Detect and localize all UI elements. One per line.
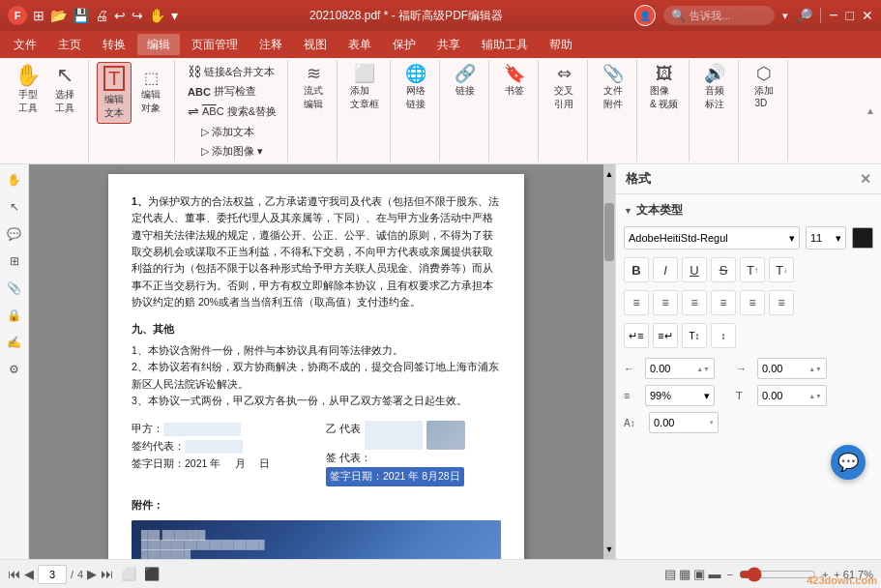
align-center-btn[interactable]: ≡ — [653, 290, 678, 315]
menu-file[interactable]: 文件 — [4, 34, 46, 55]
menu-edit[interactable]: 编辑 — [137, 34, 180, 55]
superscript-btn[interactable]: T↑ — [740, 257, 765, 282]
save-icon[interactable]: 💾 — [73, 8, 89, 23]
search-expand-btn[interactable]: ▾ — [782, 10, 788, 22]
font-size-box[interactable]: 11 ▾ — [806, 226, 846, 250]
increase-indent-btn[interactable]: ≡↵ — [653, 323, 678, 348]
page-fit-btn[interactable]: ⬜ — [121, 567, 136, 581]
italic-btn[interactable]: I — [653, 257, 678, 282]
subscript-btn[interactable]: T↓ — [769, 257, 794, 282]
minimize-btn[interactable]: − — [829, 8, 837, 23]
bookmark-btn[interactable]: 🔖 书签 — [497, 62, 532, 101]
cross-ref-btn[interactable]: ⇔ 交叉引用 — [546, 62, 581, 114]
menu-convert[interactable]: 转换 — [93, 34, 135, 55]
underline-btn[interactable]: U — [682, 257, 707, 282]
search-bar[interactable]: 🔍 — [663, 6, 775, 25]
char-spacing-input[interactable]: 0.00 ▲▼ — [757, 385, 827, 406]
zoom-minus-btn[interactable]: − — [726, 569, 732, 580]
decrease-indent-btn[interactable]: ↵≡ — [624, 323, 649, 348]
sidebar-select[interactable]: ↖ — [3, 195, 26, 219]
last-page-btn[interactable]: ⏭ — [101, 567, 113, 581]
para-spacing-btn[interactable]: ↕ — [711, 323, 736, 348]
file-attach-btn[interactable]: 📎 文件附件 — [596, 62, 631, 114]
strikethrough-btn[interactable]: S — [711, 257, 736, 282]
search-replace-btn[interactable]: ⇌ ABC 搜索&替换 — [183, 102, 281, 121]
maximize-btn[interactable]: □ — [846, 8, 854, 23]
sidebar-tools2[interactable]: ⚙ — [3, 358, 26, 381]
menu-share[interactable]: 共享 — [427, 34, 470, 55]
open-icon[interactable]: 📂 — [50, 8, 67, 23]
new-icon[interactable]: ⊞ — [33, 8, 44, 23]
select-tool-btn[interactable]: ↖ 选择工具 — [47, 62, 82, 118]
bold-btn[interactable]: B — [624, 257, 649, 282]
doc-scroll[interactable]: 1、为保护双方的合法权益，乙方承诺遵守我司及代表（包括但不限于股东、法定代表人、… — [29, 164, 603, 559]
menu-home[interactable]: 主页 — [48, 34, 91, 55]
search-go-icon[interactable]: 🔎 — [796, 8, 812, 23]
menu-page[interactable]: 页面管理 — [182, 34, 248, 55]
menu-help[interactable]: 帮助 — [540, 34, 582, 55]
chat-fab[interactable]: 💬 — [831, 445, 866, 480]
sidebar-attach[interactable]: 📎 — [3, 277, 26, 300]
scroll-up-btn[interactable]: ▲ — [603, 164, 615, 184]
add-3d-btn[interactable]: ⬡ 添加3D — [747, 62, 781, 111]
menu-assist[interactable]: 辅助工具 — [472, 34, 538, 55]
scrollbar-thumb[interactable] — [604, 203, 614, 261]
align-justify-btn[interactable]: ≡ — [711, 290, 736, 315]
spell-check-btn[interactable]: ABC 拼写检查 — [183, 82, 281, 101]
zoom-slider[interactable] — [739, 567, 816, 582]
hand-tool-btn[interactable]: ✋ 手型工具 — [10, 62, 45, 118]
double-view-btn[interactable]: ▦ — [679, 567, 690, 581]
redo-icon[interactable]: ↪ — [132, 8, 143, 23]
menu-protect[interactable]: 保护 — [383, 34, 426, 55]
hand-tool-icon[interactable]: ✋ — [149, 8, 165, 23]
add-text-btn[interactable]: ▷ 添加文本 — [196, 123, 268, 141]
undo-icon[interactable]: ↩ — [114, 8, 126, 23]
line-spacing-input[interactable]: 99% ▾ — [645, 385, 715, 406]
align-right-btn[interactable]: ≡ — [682, 290, 707, 315]
panel-close-btn[interactable]: ✕ — [860, 171, 871, 187]
scroll-view-btn[interactable]: ▣ — [693, 567, 705, 581]
next-page-btn[interactable]: ▶ — [87, 567, 97, 581]
dropdown-icon[interactable]: ▾ — [171, 8, 178, 23]
baseline-input[interactable]: 0.00 ▾ — [649, 412, 719, 433]
audio-btn[interactable]: 🔊 音频标注 — [697, 62, 732, 114]
close-btn[interactable]: ✕ — [862, 8, 873, 23]
article-box-btn[interactable]: ⬜ 添加文章框 — [345, 62, 384, 114]
menu-view[interactable]: 视图 — [294, 34, 337, 55]
edit-text-btn[interactable]: T 编辑文本 — [97, 62, 132, 124]
user-avatar[interactable]: 👤 — [634, 5, 656, 26]
scroll2-view-btn[interactable]: ▬ — [708, 567, 720, 581]
sidebar-layers[interactable]: ⊞ — [3, 250, 26, 273]
font-color-box[interactable] — [852, 227, 873, 249]
align-force-btn[interactable]: ≡ — [769, 290, 794, 315]
sidebar-signature[interactable]: ✍ — [3, 331, 26, 354]
scroll-down-btn[interactable]: ▼ — [603, 540, 615, 559]
web-link-btn[interactable]: 🌐 网络链接 — [398, 62, 433, 114]
edit-object-btn[interactable]: ⬚ 编辑对象 — [133, 62, 168, 124]
merge-text-btn[interactable]: ⛓ 链接&合并文本 — [183, 62, 281, 81]
first-page-btn[interactable]: ⏮ — [8, 567, 20, 581]
current-page-input[interactable] — [38, 565, 67, 584]
align-left-btn[interactable]: ≡ — [624, 290, 649, 315]
sidebar-hand[interactable]: ✋ — [3, 168, 26, 191]
font-select[interactable]: AdobeHeitiStd-Regul ▾ — [624, 226, 800, 250]
flow-edit-btn[interactable]: ≋ 流式编辑 — [296, 62, 331, 114]
media-btn[interactable]: 🖼 图像& 视频 — [645, 62, 683, 114]
menu-comment[interactable]: 注释 — [250, 34, 292, 55]
link-btn[interactable]: 🔗 链接 — [448, 62, 483, 101]
prev-page-btn[interactable]: ◀ — [24, 567, 34, 581]
single-view-btn[interactable]: ▤ — [664, 567, 676, 581]
align-distribute-btn[interactable]: ≡ — [740, 290, 765, 315]
search-input[interactable] — [690, 10, 767, 21]
add-image-btn[interactable]: ▷ 添加图像 ▾ — [196, 142, 268, 161]
menu-form[interactable]: 表单 — [338, 34, 381, 55]
ribbon-collapse[interactable]: ▲ — [864, 60, 877, 162]
sidebar-lock[interactable]: 🔒 — [3, 304, 26, 327]
vertical-scrollbar[interactable]: ▲ ▼ — [603, 164, 615, 559]
print-icon[interactable]: 🖨 — [95, 8, 108, 23]
sidebar-comment[interactable]: 💬 — [3, 222, 26, 246]
line-spacing-btn[interactable]: T↕ — [682, 323, 707, 348]
page-width-btn[interactable]: ⬛ — [144, 567, 160, 581]
right-indent-input[interactable]: 0.00 ▲▼ — [757, 358, 827, 379]
left-indent-input[interactable]: 0.00 ▲▼ — [645, 358, 715, 379]
